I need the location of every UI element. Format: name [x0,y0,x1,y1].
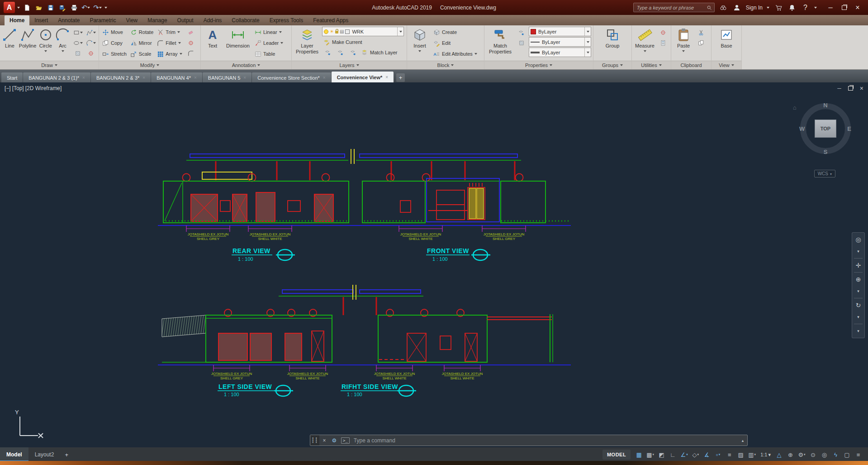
text-button[interactable]: Text [203,27,223,49]
autocad-logo[interactable]: A [4,2,15,13]
new-drawing-tab-button[interactable]: + [396,73,405,82]
orbit-menu-caret-icon[interactable] [853,311,864,323]
layer-isolate-button[interactable] [322,48,334,57]
match-layer-button[interactable]: Match Layer [360,48,399,57]
file-tab-convenience-store-section[interactable]: Convenience Store Section* [252,72,331,83]
file-tab-bangunan-2-3-1[interactable]: BANGUNAN 2 & 3 (1)* [23,72,90,83]
layer-dropdown-caret-icon[interactable] [397,27,403,36]
transparency-icon[interactable]: ▨ [735,450,746,460]
annotation-scale-button[interactable]: 1:1▾ [758,450,773,460]
rotate-button[interactable]: Rotate [129,27,155,38]
drawing-minimize-icon[interactable] [837,85,841,91]
file-tab-bangunan-4[interactable]: BANGUNAN 4* [151,72,202,83]
tab-close-icon[interactable] [323,75,326,80]
ellipse-button[interactable] [72,38,84,48]
erase-button[interactable] [185,28,197,37]
sign-in-button[interactable]: Sign In [746,5,763,11]
ribbon-tab-addins[interactable]: Add-ins [199,15,227,25]
layer-on-icon[interactable] [324,29,328,34]
explode-button[interactable] [185,38,197,48]
redo-icon[interactable] [93,3,102,12]
ribbon-tab-annotate[interactable]: Annotate [53,15,85,25]
object-snap-icon[interactable]: ▫▾ [713,450,723,460]
leader-button[interactable]: Leader [253,38,285,48]
help-search-input[interactable] [636,5,704,11]
dimension-button[interactable]: Dimension [224,27,252,49]
viewcube-west[interactable]: W [799,125,805,132]
scale-button[interactable]: Scale [129,48,155,59]
cut-button[interactable] [695,28,707,37]
snap-mode-icon[interactable]: ▩▾ [645,450,655,460]
arc-button[interactable]: Arc [55,27,71,53]
clean-screen-icon[interactable]: ▢ [842,450,852,460]
offset-button[interactable] [185,48,197,58]
trim-button[interactable]: Trim [156,27,183,38]
new-file-icon[interactable] [22,3,32,12]
transparency-tool-button[interactable] [516,38,527,48]
orbit-icon[interactable] [853,299,864,311]
object-color-list-button[interactable] [516,28,527,37]
table-button[interactable]: Table [253,48,285,59]
layer-freeze-button[interactable] [335,48,346,57]
object-snap-tracking-icon[interactable]: ∡ [702,450,712,460]
viewcube-east[interactable]: E [847,125,851,132]
file-tab-convenience-view[interactable]: Convenience View* [332,72,394,83]
ribbon-tab-output[interactable]: Output [172,15,199,25]
tab-close-icon[interactable] [385,75,388,80]
drawing-close-icon[interactable] [860,85,863,92]
ribbon-tab-home[interactable]: Home [5,15,29,25]
sign-in-caret-icon[interactable] [767,7,769,10]
array-button[interactable]: Array [156,48,183,59]
viewport-visual-style-control[interactable]: [2D Wireframe] [25,85,62,91]
zoom-menu-caret-icon[interactable] [853,285,864,297]
insert-block-button[interactable]: Insert [409,27,431,53]
measure-button[interactable]: Measure [634,27,656,53]
create-block-button[interactable]: Create [432,27,479,38]
selection-cycling-icon[interactable]: ▥▾ [747,450,757,460]
ribbon-tab-express-tools[interactable]: Express Tools [265,15,308,25]
undo-icon[interactable] [81,3,90,12]
polar-tracking-icon[interactable]: ∠▾ [679,450,689,460]
match-properties-button[interactable]: Match Properties [486,27,514,54]
layer-lock-icon[interactable] [335,31,338,34]
panel-utilities-footer[interactable]: Utilities [632,61,671,69]
make-current-button[interactable]: Make Current [322,37,405,47]
panel-view-footer[interactable]: View [711,61,741,69]
command-input[interactable] [353,437,738,444]
isolate-objects-icon[interactable]: ◎ [819,450,830,460]
notification-bell-icon[interactable] [787,3,797,12]
panel-draw-footer[interactable]: Draw [0,61,99,69]
id-point-button[interactable] [657,28,669,37]
panel-clipboard-footer[interactable]: Clipboard [671,61,711,69]
viewcube-north[interactable]: N [823,102,827,109]
drawing-restore-icon[interactable] [848,86,853,91]
viewcube-home-icon[interactable] [793,104,797,111]
panel-modify-footer[interactable]: Modify [99,61,200,69]
point-button[interactable] [85,48,97,58]
ribbon-tab-insert[interactable]: Insert [29,15,53,25]
viewport-view-control[interactable]: [Top] [12,85,24,91]
paste-button[interactable]: Paste [673,27,694,53]
edit-attributes-button[interactable]: Edit Attributes [432,48,479,59]
plot-icon[interactable] [69,3,79,12]
file-tab-bangunan-2-3[interactable]: BANGUNAN 2 & 3* [91,72,151,83]
ribbon-tab-collaborate[interactable]: Collaborate [227,15,264,25]
edit-block-button[interactable]: Edit [432,38,479,48]
layout-tab-layout2[interactable]: Layout2 [28,447,61,462]
navigation-wheel-icon[interactable] [853,234,864,245]
layer-thaw-icon[interactable] [330,29,334,34]
revision-cloud-button[interactable] [85,28,97,37]
navbar-customize-icon[interactable] [853,325,864,337]
command-line[interactable]: ⚙ >_ [310,435,748,446]
viewport-minimize-control[interactable]: [−] [5,85,11,91]
command-history-icon[interactable] [738,438,747,443]
layer-off-button[interactable] [347,48,359,57]
rectangle-button[interactable] [72,28,84,37]
help-search-box[interactable] [633,3,715,12]
infer-constraints-icon[interactable]: ◩ [656,450,667,460]
viewcube-top-face[interactable]: TOP [815,120,836,138]
save-icon[interactable] [46,3,55,12]
panel-annotation-footer[interactable]: Annotation [201,61,291,69]
lineweight-icon[interactable]: ≡ [724,450,735,460]
workspace-switching-icon[interactable]: ⚙▾ [797,450,807,460]
